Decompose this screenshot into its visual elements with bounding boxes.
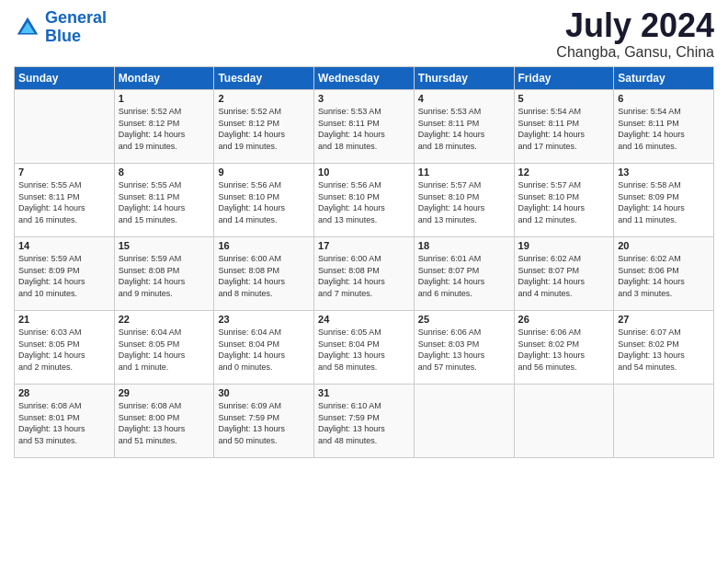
day-info: Sunrise: 5:56 AM Sunset: 8:10 PM Dayligh… <box>218 179 310 225</box>
day-info: Sunrise: 5:55 AM Sunset: 8:11 PM Dayligh… <box>18 179 110 225</box>
day-number: 16 <box>218 240 310 251</box>
day-info: Sunrise: 6:07 AM Sunset: 8:02 PM Dayligh… <box>618 327 710 373</box>
day-number: 9 <box>218 167 310 178</box>
day-number: 15 <box>119 240 210 251</box>
calendar-week-5: 28Sunrise: 6:08 AM Sunset: 8:01 PM Dayli… <box>15 385 714 458</box>
calendar-cell: 23Sunrise: 6:04 AM Sunset: 8:04 PM Dayli… <box>214 311 314 385</box>
day-info: Sunrise: 6:10 AM Sunset: 7:59 PM Dayligh… <box>318 400 410 446</box>
logo-text: General Blue <box>45 9 107 46</box>
location: Changba, Gansu, China <box>556 44 714 61</box>
title-block: July 2024 Changba, Gansu, China <box>556 9 714 61</box>
calendar-cell <box>614 385 714 458</box>
col-tuesday: Tuesday <box>214 67 314 90</box>
day-number: 19 <box>518 240 610 251</box>
day-info: Sunrise: 5:54 AM Sunset: 8:11 PM Dayligh… <box>518 106 610 152</box>
day-info: Sunrise: 6:05 AM Sunset: 8:04 PM Dayligh… <box>318 327 410 373</box>
day-number: 31 <box>318 387 410 398</box>
day-number: 18 <box>418 240 510 251</box>
col-monday: Monday <box>114 67 214 90</box>
calendar-week-2: 7Sunrise: 5:55 AM Sunset: 8:11 PM Daylig… <box>15 164 714 237</box>
calendar-cell: 28Sunrise: 6:08 AM Sunset: 8:01 PM Dayli… <box>15 385 115 458</box>
day-info: Sunrise: 5:55 AM Sunset: 8:11 PM Dayligh… <box>119 179 210 225</box>
day-number: 30 <box>218 387 310 398</box>
day-info: Sunrise: 5:59 AM Sunset: 8:08 PM Dayligh… <box>119 253 210 299</box>
calendar-cell: 22Sunrise: 6:04 AM Sunset: 8:05 PM Dayli… <box>114 311 214 385</box>
calendar-cell: 29Sunrise: 6:08 AM Sunset: 8:00 PM Dayli… <box>114 385 214 458</box>
day-number: 27 <box>618 314 710 325</box>
calendar-cell: 16Sunrise: 6:00 AM Sunset: 8:08 PM Dayli… <box>214 237 314 311</box>
calendar-week-4: 21Sunrise: 6:03 AM Sunset: 8:05 PM Dayli… <box>15 311 714 385</box>
day-info: Sunrise: 5:57 AM Sunset: 8:10 PM Dayligh… <box>518 179 610 225</box>
day-number: 12 <box>518 167 610 178</box>
day-info: Sunrise: 5:58 AM Sunset: 8:09 PM Dayligh… <box>618 179 710 225</box>
day-info: Sunrise: 6:06 AM Sunset: 8:02 PM Dayligh… <box>518 327 610 373</box>
calendar-cell: 2Sunrise: 5:52 AM Sunset: 8:12 PM Daylig… <box>214 90 314 164</box>
day-number: 13 <box>618 167 710 178</box>
calendar-cell: 27Sunrise: 6:07 AM Sunset: 8:02 PM Dayli… <box>614 311 714 385</box>
day-info: Sunrise: 5:52 AM Sunset: 8:12 PM Dayligh… <box>218 106 310 152</box>
calendar-cell: 1Sunrise: 5:52 AM Sunset: 8:12 PM Daylig… <box>114 90 214 164</box>
calendar-cell: 17Sunrise: 6:00 AM Sunset: 8:08 PM Dayli… <box>314 237 415 311</box>
calendar-cell: 7Sunrise: 5:55 AM Sunset: 8:11 PM Daylig… <box>15 164 115 237</box>
header-row: Sunday Monday Tuesday Wednesday Thursday… <box>15 67 714 90</box>
calendar-cell: 21Sunrise: 6:03 AM Sunset: 8:05 PM Dayli… <box>15 311 115 385</box>
day-info: Sunrise: 5:59 AM Sunset: 8:09 PM Dayligh… <box>18 253 110 299</box>
day-info: Sunrise: 6:08 AM Sunset: 8:01 PM Dayligh… <box>18 400 110 446</box>
page-container: General Blue July 2024 Changba, Gansu, C… <box>0 0 728 467</box>
calendar-cell: 10Sunrise: 5:56 AM Sunset: 8:10 PM Dayli… <box>314 164 415 237</box>
calendar-cell: 12Sunrise: 5:57 AM Sunset: 8:10 PM Dayli… <box>514 164 614 237</box>
calendar-week-1: 1Sunrise: 5:52 AM Sunset: 8:12 PM Daylig… <box>15 90 714 164</box>
header: General Blue July 2024 Changba, Gansu, C… <box>14 9 714 61</box>
col-saturday: Saturday <box>614 67 714 90</box>
calendar-cell: 18Sunrise: 6:01 AM Sunset: 8:07 PM Dayli… <box>414 237 514 311</box>
day-number: 14 <box>18 240 110 251</box>
day-number: 5 <box>518 93 610 104</box>
day-number: 25 <box>418 314 510 325</box>
day-number: 6 <box>618 93 710 104</box>
calendar-cell: 26Sunrise: 6:06 AM Sunset: 8:02 PM Dayli… <box>514 311 614 385</box>
calendar-cell: 11Sunrise: 5:57 AM Sunset: 8:10 PM Dayli… <box>414 164 514 237</box>
logo-line1: General <box>45 8 107 27</box>
calendar-cell: 24Sunrise: 6:05 AM Sunset: 8:04 PM Dayli… <box>314 311 415 385</box>
day-number: 24 <box>318 314 410 325</box>
calendar-cell: 25Sunrise: 6:06 AM Sunset: 8:03 PM Dayli… <box>414 311 514 385</box>
calendar-cell: 15Sunrise: 5:59 AM Sunset: 8:08 PM Dayli… <box>114 237 214 311</box>
day-number: 7 <box>18 167 110 178</box>
day-number: 4 <box>418 93 510 104</box>
day-number: 10 <box>318 167 410 178</box>
day-info: Sunrise: 6:04 AM Sunset: 8:05 PM Dayligh… <box>119 327 210 373</box>
day-number: 29 <box>119 387 210 398</box>
day-info: Sunrise: 6:04 AM Sunset: 8:04 PM Dayligh… <box>218 327 310 373</box>
day-info: Sunrise: 5:54 AM Sunset: 8:11 PM Dayligh… <box>618 106 710 152</box>
day-number: 17 <box>318 240 410 251</box>
day-number: 23 <box>218 314 310 325</box>
calendar-cell: 6Sunrise: 5:54 AM Sunset: 8:11 PM Daylig… <box>614 90 714 164</box>
calendar-cell: 19Sunrise: 6:02 AM Sunset: 8:07 PM Dayli… <box>514 237 614 311</box>
day-info: Sunrise: 6:06 AM Sunset: 8:03 PM Dayligh… <box>418 327 510 373</box>
day-info: Sunrise: 6:00 AM Sunset: 8:08 PM Dayligh… <box>318 253 410 299</box>
month-title: July 2024 <box>556 9 714 42</box>
col-thursday: Thursday <box>414 67 514 90</box>
day-info: Sunrise: 5:53 AM Sunset: 8:11 PM Dayligh… <box>418 106 510 152</box>
day-info: Sunrise: 5:57 AM Sunset: 8:10 PM Dayligh… <box>418 179 510 225</box>
col-sunday: Sunday <box>15 67 115 90</box>
calendar-cell: 8Sunrise: 5:55 AM Sunset: 8:11 PM Daylig… <box>114 164 214 237</box>
day-info: Sunrise: 5:53 AM Sunset: 8:11 PM Dayligh… <box>318 106 410 152</box>
calendar-cell: 3Sunrise: 5:53 AM Sunset: 8:11 PM Daylig… <box>314 90 415 164</box>
day-info: Sunrise: 6:02 AM Sunset: 8:07 PM Dayligh… <box>518 253 610 299</box>
calendar-cell: 9Sunrise: 5:56 AM Sunset: 8:10 PM Daylig… <box>214 164 314 237</box>
calendar-cell: 20Sunrise: 6:02 AM Sunset: 8:06 PM Dayli… <box>614 237 714 311</box>
calendar-cell: 4Sunrise: 5:53 AM Sunset: 8:11 PM Daylig… <box>414 90 514 164</box>
calendar-cell: 13Sunrise: 5:58 AM Sunset: 8:09 PM Dayli… <box>614 164 714 237</box>
logo: General Blue <box>14 9 107 46</box>
day-number: 2 <box>218 93 310 104</box>
logo-line2: Blue <box>45 27 81 45</box>
col-wednesday: Wednesday <box>314 67 415 90</box>
calendar-cell: 5Sunrise: 5:54 AM Sunset: 8:11 PM Daylig… <box>514 90 614 164</box>
day-number: 3 <box>318 93 410 104</box>
calendar-cell: 30Sunrise: 6:09 AM Sunset: 7:59 PM Dayli… <box>214 385 314 458</box>
day-number: 22 <box>119 314 210 325</box>
day-number: 26 <box>518 314 610 325</box>
calendar-table: Sunday Monday Tuesday Wednesday Thursday… <box>14 66 714 458</box>
calendar-cell <box>514 385 614 458</box>
